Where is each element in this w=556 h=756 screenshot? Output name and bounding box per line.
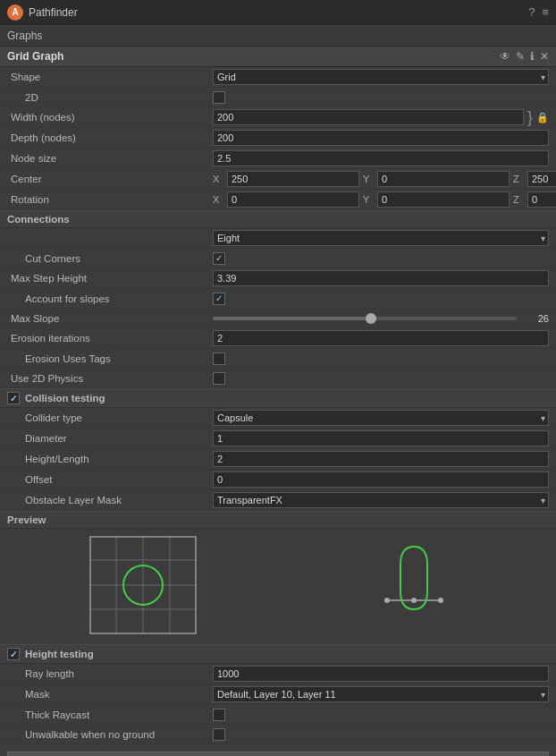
cut-corners-row: Cut Corners [0,249,556,268]
node-size-input[interactable] [213,150,549,166]
use-2d-physics-row: Use 2D Physics [0,369,556,388]
use-2d-physics-checkbox[interactable] [213,372,225,385]
account-for-slopes-label: Account for slopes [7,293,213,304]
preview-label: Preview [7,514,46,525]
visibility-icon[interactable]: 👁 [500,50,510,63]
grid-preview-svg [89,536,197,634]
depth-input[interactable] [213,130,549,146]
erosion-uses-tags-checkbox[interactable] [213,353,225,365]
slider-track [213,317,517,320]
collider-type-select[interactable]: Capsule [213,410,549,426]
connections-value-row: Connections Eight [0,228,556,249]
erosion-uses-tags-row: Erosion Uses Tags [0,349,556,369]
svg-point-10 [411,598,417,603]
mask-select-wrapper: Default, Layer 10, Layer 11 [213,686,549,702]
use-2d-physics-label: Use 2D Physics [7,373,213,384]
connections-select[interactable]: Eight [213,230,549,246]
unwalkable-checkbox[interactable] [213,728,225,741]
offset-row: Offset [0,470,556,490]
offset-label: Offset [7,474,213,485]
connections-select-wrapper: Eight [213,230,549,246]
graph-header-icons: 👁 ✎ ℹ ✕ [500,50,549,63]
center-label: Center [7,174,213,184]
diameter-input[interactable] [213,430,549,446]
lock-icon[interactable]: 🔒 [536,112,549,123]
ray-length-input[interactable] [213,666,549,682]
obstacle-layer-select[interactable]: TransparentFX [213,492,549,508]
node-size-row: Node size [0,149,556,169]
height-length-row: Height/Length [0,449,556,470]
graphs-section-header: Graphs [0,25,556,47]
rotation-x-input[interactable] [227,191,359,208]
max-slope-label: Max Slope [7,313,213,324]
collision-testing-label: Collision testing [25,393,105,403]
collider-type-select-wrapper: Capsule [213,410,549,426]
height-testing-enable-checkbox[interactable] [7,648,20,660]
menu-icon[interactable]: ≡ [542,5,549,19]
close-icon[interactable]: ✕ [540,50,549,63]
slider-thumb[interactable] [366,313,376,324]
two-d-checkbox-wrapper [213,91,549,104]
link-bracket-icon: } [527,109,533,125]
two-d-row: 2D [0,88,556,107]
two-d-checkbox[interactable] [213,91,225,104]
shape-row: Shape Grid [0,67,556,88]
main-panel: Grid Graph 👁 ✎ ℹ ✕ Shape Grid 2D Width (… [0,47,556,756]
collision-testing-enable-checkbox[interactable] [7,392,20,404]
shape-select-wrapper: Grid [213,69,549,85]
two-d-label: 2D [7,92,213,103]
center-y-input[interactable] [377,171,510,187]
collider-type-label: Collider type [7,412,213,423]
center-x-input[interactable] [227,171,359,187]
max-slope-slider[interactable]: 26 [213,313,549,324]
connections-label: Connections [7,214,70,225]
unwalkable-label: Unwalkable when no ground [7,729,213,740]
offset-input[interactable] [213,471,549,488]
rotation-z-input[interactable] [527,191,556,208]
max-step-height-input[interactable] [213,270,549,286]
depth-row: Depth (nodes) [0,128,556,149]
width-row: Width (nodes) } 🔒 [0,107,556,128]
account-for-slopes-checkbox[interactable] [213,293,225,305]
mask-select[interactable]: Default, Layer 10, Layer 11 [213,686,549,702]
add-rule-button[interactable]: Add Rule [7,752,549,756]
connections-group-header: Connections [0,210,556,228]
depth-label: Depth (nodes) [7,132,213,143]
center-z-input[interactable] [527,171,556,187]
max-slope-value: 26 [522,313,549,324]
height-length-input[interactable] [213,451,549,467]
add-rule-container: Add Rule [0,744,556,756]
rotation-row: Rotation X Y Z [0,190,556,210]
height-testing-header: Height testing [0,644,556,664]
thick-raycast-checkbox[interactable] [213,709,225,721]
rotation-y-input[interactable] [377,191,510,208]
svg-point-11 [438,598,443,603]
node-size-label: Node size [7,153,213,164]
max-slope-row: Max Slope 26 [0,309,556,328]
slider-fill [213,317,371,320]
mask-row: Mask Default, Layer 10, Layer 11 [0,684,556,705]
info-icon[interactable]: ℹ [530,50,535,63]
help-icon[interactable]: ? [528,5,535,19]
width-depth-group: Width (nodes) } 🔒 Depth (nodes) [0,107,556,149]
preview-header: Preview [0,511,556,529]
erosion-iterations-input[interactable] [213,330,549,346]
edit-icon[interactable]: ✎ [516,50,525,63]
shape-select[interactable]: Grid [213,69,549,85]
shape-label: Shape [7,72,213,82]
max-step-height-label: Max Step Height [7,273,213,284]
ray-length-label: Ray length [7,668,213,679]
width-input[interactable] [213,109,524,125]
erosion-uses-tags-label: Erosion Uses Tags [7,353,213,364]
cut-corners-label: Cut Corners [7,253,213,264]
app-logo: A [7,4,23,21]
obstacle-layer-select-wrapper: TransparentFX [213,492,549,508]
obstacle-layer-mask-row: Obstacle Layer Mask TransparentFX [0,490,556,511]
thick-raycast-label: Thick Raycast [7,709,213,720]
mask-label: Mask [7,689,213,700]
account-for-slopes-row: Account for slopes [0,289,556,309]
erosion-iterations-label: Erosion iterations [7,333,213,344]
cut-corners-checkbox[interactable] [213,252,225,265]
capsule-preview-svg [360,538,468,636]
grid-preview-container [89,536,197,637]
